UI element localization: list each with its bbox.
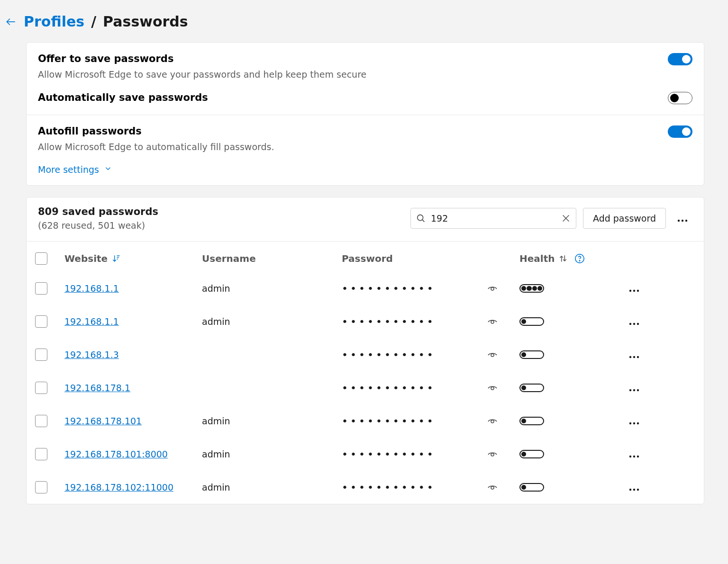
password-masked: ••••••••••• <box>342 316 484 328</box>
more-settings-label: More settings <box>38 164 99 175</box>
col-health-label: Health <box>519 253 555 264</box>
svg-point-26 <box>491 453 494 456</box>
svg-point-13 <box>637 323 639 325</box>
setting-offer-to-save: Offer to save passwords Allow Microsoft … <box>27 43 704 90</box>
reveal-password-button[interactable] <box>484 381 501 395</box>
setting-title: Autofill passwords <box>38 125 668 137</box>
svg-point-7 <box>629 290 631 292</box>
website-link[interactable]: 192.168.1.1 <box>64 283 119 294</box>
password-masked: ••••••••••• <box>342 415 484 427</box>
help-icon[interactable] <box>574 253 585 264</box>
table-row: 192.168.178.1••••••••••• <box>27 371 704 404</box>
website-link[interactable]: 192.168.178.101:8000 <box>64 449 168 459</box>
col-health[interactable]: Health <box>519 253 626 264</box>
row-actions-button[interactable] <box>626 281 642 295</box>
table-row: 192.168.1.1admin••••••••••• <box>27 305 704 338</box>
col-password[interactable]: Password <box>342 253 484 264</box>
password-masked: ••••••••••• <box>342 382 484 394</box>
svg-point-3 <box>685 220 687 222</box>
more-horizontal-icon <box>629 315 639 328</box>
row-actions-button[interactable] <box>626 414 642 428</box>
row-checkbox[interactable] <box>35 415 47 427</box>
more-horizontal-icon <box>677 212 688 224</box>
svg-point-31 <box>629 489 631 491</box>
username-cell: admin <box>202 316 342 327</box>
row-checkbox[interactable] <box>35 448 47 460</box>
eye-icon <box>487 382 498 394</box>
website-link[interactable]: 192.168.178.1 <box>64 383 130 393</box>
breadcrumb-parent[interactable]: Profiles <box>24 13 84 30</box>
row-actions-button[interactable] <box>626 480 642 494</box>
reveal-password-button[interactable] <box>484 282 501 295</box>
passwords-card: 809 saved passwords (628 reused, 501 wea… <box>26 197 704 504</box>
svg-point-8 <box>633 290 635 292</box>
svg-point-11 <box>629 323 631 325</box>
reveal-password-button[interactable] <box>484 448 501 461</box>
search-input[interactable] <box>426 213 561 224</box>
svg-point-27 <box>629 456 631 457</box>
row-checkbox[interactable] <box>35 315 47 328</box>
setting-autofill: Autofill passwords Allow Microsoft Edge … <box>27 115 704 162</box>
toggle-offer-to-save[interactable] <box>668 53 692 65</box>
settings-card: Offer to save passwords Allow Microsoft … <box>26 42 704 186</box>
row-checkbox[interactable] <box>35 481 47 493</box>
eye-icon <box>487 448 498 461</box>
eye-icon <box>487 415 498 428</box>
passwords-header: 809 saved passwords (628 reused, 501 wea… <box>27 197 704 242</box>
more-horizontal-icon <box>629 348 639 361</box>
username-cell: admin <box>202 449 342 459</box>
svg-point-21 <box>637 389 639 391</box>
row-actions-button[interactable] <box>626 348 642 362</box>
col-username[interactable]: Username <box>202 253 342 264</box>
toggle-autofill[interactable] <box>668 125 692 138</box>
row-actions-button[interactable] <box>626 381 642 395</box>
svg-point-22 <box>491 420 494 423</box>
more-settings-button[interactable]: More settings <box>27 162 704 185</box>
row-actions-button[interactable] <box>626 447 642 461</box>
back-arrow-icon[interactable] <box>5 16 17 28</box>
website-link[interactable]: 192.168.178.102:11000 <box>64 482 173 492</box>
reveal-password-button[interactable] <box>484 481 501 494</box>
chevron-down-icon <box>104 164 112 175</box>
add-password-button[interactable]: Add password <box>583 208 666 229</box>
toggle-auto-save[interactable] <box>668 92 692 104</box>
website-link[interactable]: 192.168.1.1 <box>64 316 119 327</box>
reveal-password-button[interactable] <box>484 348 501 362</box>
row-checkbox[interactable] <box>35 349 47 361</box>
page-title: Passwords <box>103 13 188 30</box>
website-link[interactable]: 192.168.178.101 <box>64 416 142 426</box>
svg-point-9 <box>637 290 639 292</box>
reveal-password-button[interactable] <box>484 414 501 428</box>
svg-point-12 <box>633 323 635 325</box>
password-masked: ••••••••••• <box>342 482 484 493</box>
svg-point-0 <box>418 215 423 221</box>
clear-search-icon[interactable] <box>561 213 571 224</box>
select-all-checkbox[interactable] <box>35 252 47 265</box>
more-horizontal-icon <box>629 414 639 427</box>
health-indicator <box>519 450 544 458</box>
svg-point-20 <box>633 389 635 391</box>
sort-updown-icon <box>558 254 568 263</box>
row-checkbox[interactable] <box>35 282 47 295</box>
svg-point-17 <box>637 356 639 358</box>
reveal-password-button[interactable] <box>484 315 501 329</box>
more-actions-button[interactable] <box>673 210 692 227</box>
col-website[interactable]: Website <box>64 253 202 264</box>
svg-point-15 <box>629 356 631 358</box>
setting-auto-save: Automatically save passwords <box>27 90 704 115</box>
website-link[interactable]: 192.168.1.3 <box>64 349 119 360</box>
search-icon <box>416 213 426 224</box>
password-masked: ••••••••••• <box>342 349 484 361</box>
svg-point-33 <box>637 489 639 491</box>
passwords-count: 809 saved passwords <box>38 206 403 217</box>
svg-point-2 <box>682 220 683 222</box>
search-box[interactable] <box>410 208 576 229</box>
eye-icon <box>487 481 498 494</box>
svg-point-19 <box>629 389 631 391</box>
passwords-table: Website Username Password Health <box>27 245 704 504</box>
row-checkbox[interactable] <box>35 382 47 394</box>
more-horizontal-icon <box>629 381 639 394</box>
row-actions-button[interactable] <box>626 314 642 329</box>
col-password-label: Password <box>342 253 393 264</box>
svg-point-10 <box>491 321 494 323</box>
